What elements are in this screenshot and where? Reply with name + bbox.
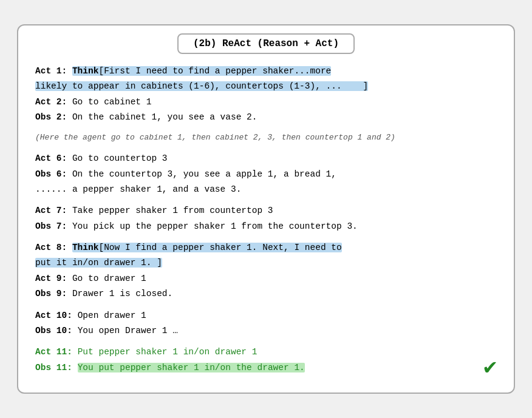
act10-text: Open drawer 1 (78, 311, 146, 320)
obs2-text: On the cabinet 1, you see a vase 2. (72, 112, 257, 122)
act9-prefix: Act 9: (35, 274, 72, 283)
spacer4 (35, 234, 497, 240)
card-title: (2b) ReAct (Reason + Act) (177, 33, 355, 54)
obs10-prefix: Obs 10: (35, 326, 78, 335)
obs11-text: You put pepper shaker 1 in/on the drawer… (78, 363, 305, 372)
content-area: Act 1: Think[First I need to find a pepp… (18, 54, 514, 380)
act1-think: Think[First I need to find a pepper shak… (72, 66, 331, 76)
obs11-prefix: Obs 11: (35, 363, 78, 372)
obs6a-line: Obs 6: On the countertop 3, you see a ap… (35, 167, 497, 182)
obs9-prefix: Obs 9: (35, 289, 72, 298)
act8-prefix: Act 8: (35, 243, 72, 252)
act6-text: Go to countertop 3 (72, 153, 168, 163)
obs11-line: Obs 11: You put pepper shaker 1 in/on th… (35, 360, 497, 376)
act2-line: Act 2: Go to cabinet 1 (35, 95, 497, 110)
obs9-line: Obs 9: Drawer 1 is closed. (35, 286, 497, 302)
act1-prefix: Act 1: (35, 66, 72, 76)
obs2-line: Obs 2: On the cabinet 1, you see a vase … (35, 110, 497, 125)
spacer1 (35, 125, 497, 131)
act9-line: Act 9: Go to drawer 1 (35, 271, 497, 286)
obs6b-line: ...... a pepper shaker 1, and a vase 3. (35, 182, 497, 197)
obs9-text: Drawer 1 is closed. (72, 289, 172, 298)
act8-cont: put it in/on drawer 1. ] (35, 258, 162, 268)
act6-prefix: Act 6: (35, 153, 72, 163)
checkmark-icon: ✔ (483, 356, 497, 380)
act10-prefix: Act 10: (35, 311, 78, 320)
obs10-text: You open Drawer 1 … (78, 326, 178, 335)
obs7-text: You pick up the pepper shaker 1 from the… (72, 221, 358, 231)
act7-line: Act 7: Take pepper shaker 1 from counter… (35, 203, 497, 218)
act11-line: Act 11: Put pepper shaker 1 in/on drawer… (35, 345, 497, 360)
checkmark-container: ✔ (483, 354, 497, 380)
act11-prefix: Act 11: (35, 347, 78, 357)
obs6b-text: ...... a pepper shaker 1, and a vase 3. (35, 184, 241, 194)
act6-line: Act 6: Go to countertop 3 (35, 151, 497, 166)
obs7-prefix: Obs 7: (35, 221, 72, 231)
act7-prefix: Act 7: (35, 206, 72, 215)
act10-line: Act 10: Open drawer 1 (35, 308, 497, 323)
react-card: (2b) ReAct (Reason + Act) Act 1: Think[F… (17, 24, 515, 394)
title-bar: (2b) ReAct (Reason + Act) (18, 25, 514, 54)
spacer6 (35, 339, 497, 345)
spacer5 (35, 302, 497, 308)
act1-line: Act 1: Think[First I need to find a pepp… (35, 64, 497, 79)
spacer2 (35, 145, 497, 151)
act7-text: Take pepper shaker 1 from countertop 3 (72, 206, 273, 215)
act8-cont-line: put it in/on drawer 1. ] (35, 255, 497, 271)
act2-prefix: Act 2: (35, 97, 72, 107)
obs6-prefix: Obs 6: (35, 169, 72, 179)
act11-text: Put pepper shaker 1 in/on drawer 1 (78, 347, 257, 357)
spacer3 (35, 197, 497, 203)
comment-line: (Here the agent go to cabinet 1, then ca… (35, 131, 497, 145)
act8-line: Act 8: Think[Now I find a pepper shaker … (35, 240, 497, 255)
obs7-line: Obs 7: You pick up the pepper shaker 1 f… (35, 219, 497, 234)
act9-text: Go to drawer 1 (72, 274, 146, 283)
act8-think: Think[Now I find a pepper shaker 1. Next… (72, 243, 342, 252)
obs6a-text: On the countertop 3, you see a apple 1, … (72, 169, 336, 179)
act2-text: Go to cabinet 1 (72, 97, 152, 107)
obs2-prefix: Obs 2: (35, 112, 72, 122)
act1-cont-line: likely to appear in cabinets (1-6), coun… (35, 79, 497, 94)
act1-cont: likely to appear in cabinets (1-6), coun… (35, 81, 368, 91)
obs10-line: Obs 10: You open Drawer 1 … (35, 323, 497, 339)
